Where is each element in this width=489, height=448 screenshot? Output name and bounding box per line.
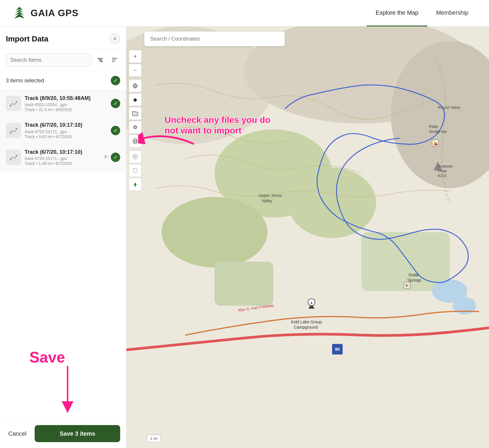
svg-rect-63 [134, 139, 136, 140]
svg-point-9 [101, 61, 102, 62]
zoom-out-button[interactable]: − [129, 64, 142, 77]
track-file: track-6720-10171...gpx [25, 156, 100, 161]
track-item: Track (8/9/20, 10:55:48AM) track-8920-10… [0, 90, 126, 117]
logo-text: GAIA GPS [31, 8, 78, 19]
folder-button[interactable] [129, 107, 142, 120]
logo-area: GAIA GPS [12, 6, 78, 21]
search-bar-row [0, 49, 126, 71]
close-button[interactable]: × [110, 34, 120, 44]
svg-point-15 [10, 132, 11, 133]
track-meta: Track • 1.49 mi • 6/7/2020 [25, 161, 100, 166]
sidebar-header: Import Data × [0, 26, 126, 49]
sidebar-title: Import Data [6, 34, 48, 44]
crop-button[interactable] [129, 164, 142, 177]
svg-point-8 [100, 59, 101, 61]
track-check-2[interactable]: ✓ [111, 126, 120, 135]
svg-marker-69 [133, 183, 137, 187]
cancel-button[interactable]: Cancel [6, 430, 29, 437]
selected-row: 3 items selected ✓ [0, 71, 126, 90]
svg-point-18 [16, 155, 17, 156]
track-item: Track (6/7/20, 10:17:10) track-6720-1017… [0, 117, 126, 144]
map-terrain: 80 ⛺ Round Valley Peter Grubb Hut Andesi… [126, 26, 489, 448]
nav-links: Explore the Map Membership [367, 0, 477, 26]
map-toolbar: + − ◆ ⚙ [126, 26, 144, 448]
search-input[interactable] [6, 53, 92, 67]
svg-text:8215: 8215 [438, 173, 446, 178]
svg-marker-3 [14, 14, 25, 19]
svg-text:80: 80 [335, 347, 340, 352]
track-check-1[interactable]: ✓ [111, 99, 120, 108]
track-info: Track (8/9/20, 10:55:48AM) track-8920-10… [25, 95, 107, 112]
map-search [144, 31, 483, 46]
svg-point-7 [98, 58, 99, 59]
sidebar-footer: Cancel Save 3 items [0, 419, 126, 448]
map-area: 80 ⛺ Round Valley Peter Grubb Hut Andesi… [126, 26, 489, 448]
track-file: track-8920-10554...gpx [25, 102, 107, 107]
svg-point-14 [16, 101, 17, 103]
track-item: Track (6/7/20, 10:17:10) track-6720-1017… [0, 144, 126, 171]
track-file: track-6720-10171...gpx [25, 129, 107, 134]
track-meta: Track • 31.3 mi • 8/9/2020 [25, 107, 107, 112]
svg-text:Peak: Peak [438, 169, 447, 173]
svg-rect-62 [134, 142, 136, 143]
track-actions: ✓ [111, 99, 120, 108]
track-info: Track (6/7/20, 10:17:10) track-6720-1017… [25, 122, 107, 139]
map-search-input[interactable] [144, 31, 285, 46]
upload-button[interactable] [129, 178, 142, 191]
selected-count-text: 3 items selected [6, 78, 44, 84]
svg-text:Springs: Springs [407, 278, 421, 282]
svg-text:Campground: Campground [294, 325, 318, 330]
svg-text:Andesite: Andesite [438, 164, 453, 168]
filter-icon[interactable] [95, 54, 106, 66]
svg-text:⛺: ⛺ [433, 141, 438, 146]
svg-point-64 [136, 141, 137, 141]
nav-membership[interactable]: Membership [427, 0, 477, 26]
save-button[interactable]: Save 3 items [35, 425, 120, 442]
svg-point-17 [10, 159, 11, 160]
sidebar: Import Data × [0, 26, 126, 448]
svg-text:Valley: Valley [262, 198, 272, 203]
zoom-in-button[interactable]: + [129, 50, 142, 63]
svg-point-26 [162, 197, 267, 268]
track-icon [6, 96, 21, 111]
nav-explore[interactable]: Explore the Map [367, 0, 427, 26]
map-scale: 1 mi [147, 435, 161, 442]
main-layout: Import Data × [0, 26, 489, 448]
select-all-check[interactable]: ✓ [111, 76, 120, 85]
sort-icon[interactable] [109, 54, 120, 66]
svg-text:⛷: ⛷ [405, 283, 409, 287]
track-name: Track (6/7/20, 10:17:10) [25, 122, 107, 128]
gaia-logo-icon [12, 6, 27, 21]
visibility-icon[interactable]: 👁 [103, 154, 108, 160]
track-actions: 👁 ✓ [103, 153, 120, 162]
locate-button[interactable] [129, 79, 142, 92]
track-list: Track (8/9/20, 10:55:48AM) track-8920-10… [0, 90, 126, 419]
svg-text:Upper Jones: Upper Jones [259, 193, 282, 198]
track-icon [6, 150, 21, 165]
svg-text:▲: ▲ [310, 301, 313, 304]
track-meta: Track • 9.63 mi • 6/7/2020 [25, 134, 107, 139]
svg-text:Grubb Hut: Grubb Hut [429, 129, 447, 134]
svg-point-56 [135, 85, 136, 86]
settings-button[interactable]: ⚙ [129, 121, 142, 134]
track-name: Track (8/9/20, 10:55:48AM) [25, 95, 107, 102]
svg-text:Soda: Soda [408, 273, 418, 277]
svg-rect-68 [133, 169, 137, 172]
svg-text:Peter: Peter [429, 124, 438, 129]
track-actions: ✓ [111, 126, 120, 135]
track-name: Track (6/7/20, 10:17:10) [25, 149, 100, 156]
svg-point-13 [10, 105, 11, 107]
track-info: Track (6/7/20, 10:17:10) track-6720-1017… [25, 149, 100, 166]
svg-point-27 [288, 168, 376, 238]
svg-text:Round Valley: Round Valley [438, 105, 460, 110]
print-button[interactable] [129, 135, 142, 148]
link-button[interactable] [129, 150, 142, 163]
svg-point-16 [16, 128, 17, 129]
track-icon [6, 123, 21, 138]
svg-text:Kidd Lake Group: Kidd Lake Group [291, 320, 322, 324]
svg-rect-28 [215, 262, 273, 306]
layers-button[interactable]: ◆ [129, 93, 142, 106]
header: GAIA GPS Explore the Map Membership [0, 0, 489, 26]
track-check-3[interactable]: ✓ [111, 153, 120, 162]
